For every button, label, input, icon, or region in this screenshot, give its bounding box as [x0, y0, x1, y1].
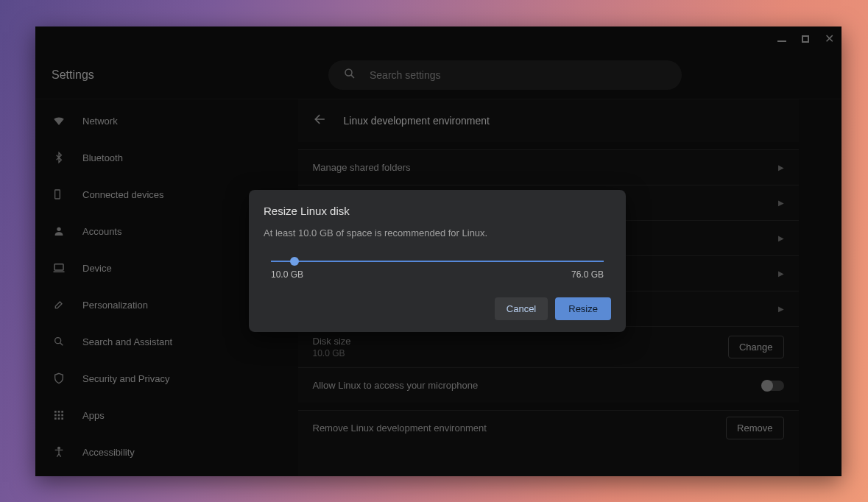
- svg-rect-13: [61, 414, 63, 417]
- svg-rect-4: [54, 264, 63, 270]
- panel-header: Linux development environment: [298, 99, 799, 142]
- chevron-right-icon: ▶: [778, 305, 784, 313]
- search-icon: [343, 67, 356, 83]
- sidebar-item-personalization[interactable]: Personalization: [35, 286, 255, 323]
- slider-max-label: 76.0 GB: [571, 269, 604, 280]
- disk-size-label: Disk size: [313, 336, 351, 347]
- svg-rect-2: [55, 190, 60, 199]
- sidebar-item-label: Bluetooth: [82, 152, 123, 163]
- bluetooth-icon: [52, 150, 66, 165]
- sidebar-item-connected-devices[interactable]: Connected devices: [35, 176, 255, 213]
- window-titlebar: ✕: [35, 26, 841, 52]
- svg-rect-16: [61, 417, 63, 420]
- row-disk-size: Disk size 10.0 GB Change: [298, 326, 799, 367]
- chevron-right-icon: ▶: [778, 163, 784, 172]
- row-allow-mic: Allow Linux to access your microphone: [298, 367, 799, 403]
- dialog-subtitle: At least 10.0 GB of space is recommended…: [264, 227, 611, 238]
- cancel-button[interactable]: Cancel: [495, 297, 548, 320]
- row-remove-linux: Remove Linux development environment Rem…: [298, 410, 799, 445]
- svg-rect-8: [54, 411, 57, 413]
- person-icon: [52, 224, 66, 238]
- panel-title: Linux development environment: [344, 115, 490, 127]
- sidebar-item-label: Accessibility: [82, 447, 135, 458]
- svg-line-7: [60, 343, 63, 346]
- wifi-icon: [52, 113, 66, 128]
- back-arrow-icon[interactable]: [313, 112, 328, 130]
- search-icon: [52, 334, 66, 349]
- svg-point-0: [345, 69, 352, 76]
- remove-label: Remove Linux development environment: [313, 423, 487, 434]
- disk-size-value: 10.0 GB: [313, 348, 351, 358]
- sidebar-item-label: Accounts: [82, 226, 121, 237]
- slider-thumb[interactable]: [290, 257, 299, 266]
- mic-toggle[interactable]: [762, 381, 784, 391]
- sidebar-item-label: Device: [82, 263, 112, 274]
- change-button[interactable]: Change: [728, 336, 784, 358]
- search-field[interactable]: [328, 60, 682, 90]
- sidebar-item-security-privacy[interactable]: Security and Privacy: [35, 360, 255, 397]
- sidebar-item-label: Network: [82, 116, 118, 127]
- row-manage-shared-folders[interactable]: Manage shared folders ▶: [298, 149, 799, 185]
- chevron-right-icon: ▶: [778, 234, 784, 242]
- svg-rect-11: [54, 414, 57, 417]
- remove-button[interactable]: Remove: [726, 417, 783, 439]
- devices-icon: [52, 187, 66, 202]
- disk-size-slider[interactable]: [271, 261, 604, 262]
- sidebar-item-label: Search and Assistant: [82, 336, 172, 347]
- close-button[interactable]: ✕: [824, 34, 834, 44]
- svg-point-6: [55, 338, 61, 344]
- shield-icon: [52, 371, 66, 386]
- svg-point-3: [57, 227, 60, 231]
- sidebar: Network Bluetooth Connected devices Acco…: [35, 99, 255, 476]
- sidebar-item-network[interactable]: Network: [35, 102, 255, 139]
- resize-button[interactable]: Resize: [555, 297, 611, 320]
- app-header: Settings: [35, 52, 841, 99]
- svg-rect-9: [58, 411, 60, 413]
- resize-disk-dialog: Resize Linux disk At least 10.0 GB of sp…: [249, 190, 626, 332]
- chevron-right-icon: ▶: [778, 199, 784, 207]
- mic-label: Allow Linux to access your microphone: [313, 380, 479, 391]
- svg-rect-10: [61, 411, 63, 413]
- sidebar-item-label: Security and Privacy: [82, 373, 170, 384]
- brush-icon: [52, 297, 66, 312]
- sidebar-item-label: Apps: [82, 410, 105, 421]
- sidebar-item-label: Personalization: [82, 300, 148, 311]
- svg-line-1: [351, 75, 354, 78]
- svg-point-17: [58, 447, 60, 449]
- sidebar-item-search-assistant[interactable]: Search and Assistant: [35, 323, 255, 360]
- sidebar-item-accounts[interactable]: Accounts: [35, 213, 255, 250]
- sidebar-item-label: Connected devices: [82, 189, 164, 200]
- settings-window: ✕ Settings Network Bluetooth Connected d…: [35, 26, 841, 476]
- chevron-right-icon: ▶: [778, 269, 784, 277]
- search-input[interactable]: [370, 69, 667, 81]
- svg-rect-14: [54, 417, 57, 420]
- minimize-button[interactable]: [777, 34, 787, 44]
- dialog-title: Resize Linux disk: [264, 205, 611, 217]
- maximize-button[interactable]: [800, 34, 811, 44]
- app-title: Settings: [35, 68, 255, 82]
- laptop-icon: [52, 261, 66, 275]
- svg-rect-15: [58, 417, 60, 420]
- sidebar-item-accessibility[interactable]: Accessibility: [35, 434, 255, 470]
- sidebar-item-bluetooth[interactable]: Bluetooth: [35, 139, 255, 176]
- accessibility-icon: [52, 445, 66, 459]
- slider-min-label: 10.0 GB: [271, 269, 303, 280]
- sidebar-item-device[interactable]: Device: [35, 250, 255, 286]
- row-label: Manage shared folders: [313, 162, 411, 173]
- sidebar-item-apps[interactable]: Apps: [35, 397, 255, 434]
- svg-rect-12: [58, 414, 60, 417]
- apps-icon: [52, 408, 66, 423]
